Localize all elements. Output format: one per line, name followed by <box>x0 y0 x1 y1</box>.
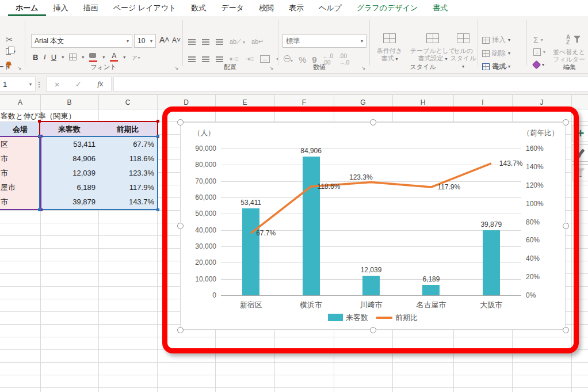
eraser-icon <box>532 60 541 70</box>
header-cell-venue[interactable]: 会場 <box>0 122 40 137</box>
decrease-font-button[interactable]: A˅ <box>172 36 181 44</box>
fill-button[interactable]: ↓▾ <box>533 48 545 56</box>
data-table[interactable]: 客数と伸び率（関東） 会場 来客数 前期比 区53,41167.7%市84,90… <box>0 109 161 213</box>
selection-handle[interactable] <box>38 120 41 123</box>
align-right-icon[interactable] <box>216 56 223 58</box>
values-selection <box>39 136 158 210</box>
formula-input[interactable] <box>113 77 588 92</box>
align-top-icon[interactable] <box>188 39 196 40</box>
phonetic-guide-button[interactable]: ァ▾ <box>131 52 140 62</box>
increase-font-button[interactable]: A˄ <box>159 35 170 44</box>
column-header-A[interactable]: A <box>0 95 40 109</box>
clear-button[interactable]: ▾ <box>533 62 544 68</box>
ribbon-tab[interactable]: グラフのデザイン <box>349 0 425 16</box>
chevron-down-icon[interactable]: ▾ <box>62 55 64 60</box>
cancel-icon[interactable]: × <box>55 79 60 89</box>
fill-color-button[interactable] <box>89 52 97 62</box>
conditional-formatting-button[interactable]: 条件付き 書式 ▾ <box>373 33 406 63</box>
bold-button[interactable]: B <box>33 53 38 62</box>
ribbon-tab[interactable]: 校閲 <box>251 0 281 16</box>
format-as-table-icon <box>426 33 439 43</box>
insert-cells-button[interactable]: 挿入▾ <box>482 35 510 45</box>
delete-cells-button[interactable]: 削除▾ <box>482 48 510 58</box>
alignment-dialog-launcher[interactable]: ↘ <box>269 65 274 71</box>
font-color-button[interactable]: A <box>110 53 118 62</box>
sort-filter-icon: AZ <box>566 35 570 45</box>
insert-function-icon[interactable]: fx <box>97 79 103 89</box>
selection-handle[interactable] <box>156 135 159 138</box>
chevron-down-icon[interactable]: ▾ <box>82 55 84 60</box>
align-center-icon[interactable] <box>202 56 209 58</box>
number-format-combo[interactable]: 標準▾ <box>282 34 366 48</box>
enter-icon[interactable]: ✓ <box>75 80 82 89</box>
column-header-C[interactable]: C <box>98 95 157 109</box>
copy-button[interactable]: ▾ <box>6 48 16 55</box>
chevron-down-icon[interactable]: ▾ <box>123 55 125 60</box>
copy-icon <box>6 48 11 55</box>
ribbon-tab[interactable]: 挿入 <box>46 0 76 16</box>
clipboard-dialog-launcher[interactable]: ↘ <box>17 65 22 71</box>
merge-center-icon[interactable]: ↔ <box>260 55 270 63</box>
decrease-indent-icon[interactable]: ⇤≡ <box>230 55 239 63</box>
insert-icon <box>482 37 490 44</box>
ribbon: ✂ ▾ ード ↘ Arial 本文▾ 10▾ A˄ A˅ B I U ▾ ▾ ▾… <box>0 16 588 74</box>
category-selection <box>0 136 41 210</box>
cell-styles-icon <box>457 33 469 43</box>
selection-handle[interactable] <box>38 135 41 138</box>
chevron-down-icon: ▾ <box>148 39 152 44</box>
align-middle-icon[interactable] <box>202 39 209 40</box>
font-name-combo[interactable]: Arial 本文▾ <box>31 34 132 48</box>
series-name-selection <box>39 121 158 137</box>
ribbon-tab[interactable]: 描画 <box>76 0 106 16</box>
font-dialog-launcher[interactable]: ↘ <box>174 65 179 71</box>
align-left-icon[interactable] <box>188 56 196 58</box>
number-dialog-launcher[interactable]: ↘ <box>361 65 366 71</box>
cell-styles-button[interactable]: セルの スタイル ▾ <box>449 33 478 70</box>
worksheet[interactable]: ABCDEFGHIJ 客数と伸び率（関東） 会場 来客数 前期比 区53,411… <box>0 95 588 392</box>
group-label-alignment: 配置 <box>201 63 259 71</box>
ribbon-tab[interactable]: 数式 <box>184 0 213 16</box>
selection-handle[interactable] <box>156 120 159 123</box>
autosum-button[interactable]: Σ▾ <box>533 35 543 44</box>
align-bottom-icon[interactable] <box>216 39 223 40</box>
name-box[interactable]: 1▾ <box>0 77 36 92</box>
underline-button[interactable]: U <box>51 53 56 62</box>
formula-bar: 1▾ × ✓ fx <box>0 74 588 95</box>
cut-icon[interactable]: ✂ <box>6 35 13 45</box>
ribbon-tab[interactable]: データ <box>213 0 251 16</box>
ribbon-tab[interactable]: ホーム <box>8 0 46 16</box>
group-label-editing: 編集 <box>551 63 588 71</box>
column-header-B[interactable]: B <box>40 95 98 109</box>
ribbon-tab[interactable]: 表示 <box>281 0 311 16</box>
increase-indent-icon[interactable]: ⇥≡ <box>245 55 254 63</box>
chevron-down-icon: ▾ <box>124 39 129 44</box>
group-label-clipboard: ード <box>0 63 17 71</box>
group-label-font: フォント <box>69 63 138 71</box>
conditional-formatting-icon <box>383 33 396 43</box>
font-size-combo[interactable]: 10▾ <box>134 34 156 48</box>
ribbon-tab-bar: ホーム挿入描画ページ レイアウト数式データ校閲表示ヘルプグラフのデザイン書式 <box>0 0 588 16</box>
group-label-number: 数値 <box>291 63 348 71</box>
wrap-text-icon[interactable]: ab↵ <box>251 38 264 45</box>
group-label-cells: セル <box>480 63 521 71</box>
italic-button[interactable]: I <box>43 52 45 62</box>
filter-funnel-icon <box>574 36 581 43</box>
ribbon-tab[interactable]: ページ レイアウト <box>106 0 184 16</box>
chevron-down-icon[interactable]: ▾ <box>102 55 105 60</box>
chevron-down-icon: ▾ <box>358 39 363 44</box>
delete-icon <box>482 50 490 57</box>
orientation-icon[interactable]: ab⟋ ▾ <box>230 38 245 45</box>
chevron-down-icon: ▾ <box>29 82 32 87</box>
selection-handle[interactable] <box>156 208 159 211</box>
formula-bar-drag-dots <box>39 82 40 83</box>
red-annotation-box <box>162 106 579 353</box>
ribbon-tab[interactable]: 書式 <box>425 0 455 16</box>
borders-icon[interactable] <box>69 54 77 60</box>
group-label-styles: スタイル <box>394 63 452 71</box>
selection-handle[interactable] <box>38 208 41 211</box>
ribbon-tab[interactable]: ヘルプ <box>311 0 349 16</box>
